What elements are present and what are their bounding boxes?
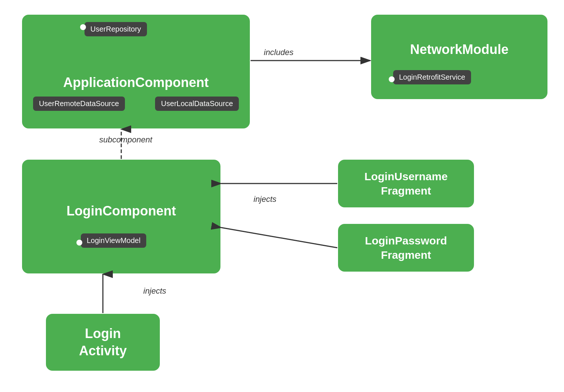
network-module-label: NetworkModule	[410, 41, 509, 57]
network-module-box: NetworkModule LoginRetrofitService	[371, 15, 547, 99]
injects-arrow-password	[221, 228, 337, 248]
diagram-container: ApplicationComponent UserRepository User…	[0, 0, 564, 392]
login-view-model-chip: LoginViewModel	[81, 233, 146, 248]
login-retrofit-service-chip: LoginRetrofitService	[393, 70, 471, 84]
login-username-fragment-box: LoginUsernameFragment	[338, 160, 474, 207]
login-activity-box: LoginActivity	[46, 314, 160, 371]
injects-bottom-label: injects	[143, 286, 166, 296]
application-component-label: ApplicationComponent	[63, 75, 209, 90]
login-view-model-dot	[76, 240, 82, 246]
login-activity-label: LoginActivity	[79, 325, 127, 360]
login-username-fragment-label: LoginUsernameFragment	[364, 169, 448, 198]
user-local-data-source-chip: UserLocalDataSource	[155, 97, 239, 111]
login-password-fragment-label: LoginPasswordFragment	[365, 233, 447, 262]
user-repository-chip: UserRepository	[85, 22, 147, 36]
user-remote-data-source-chip: UserRemoteDataSource	[33, 97, 125, 111]
login-password-fragment-box: LoginPasswordFragment	[338, 224, 474, 272]
login-component-label: LoginComponent	[67, 203, 176, 219]
login-retrofit-service-dot	[389, 76, 395, 82]
includes-label: includes	[264, 48, 294, 57]
login-component-box: LoginComponent LoginViewModel	[22, 160, 220, 273]
application-component-box: ApplicationComponent UserRepository User…	[22, 15, 250, 128]
subcomponent-label: subcomponent	[99, 135, 152, 145]
injects-label: injects	[254, 195, 276, 204]
user-repository-dot	[80, 24, 86, 30]
